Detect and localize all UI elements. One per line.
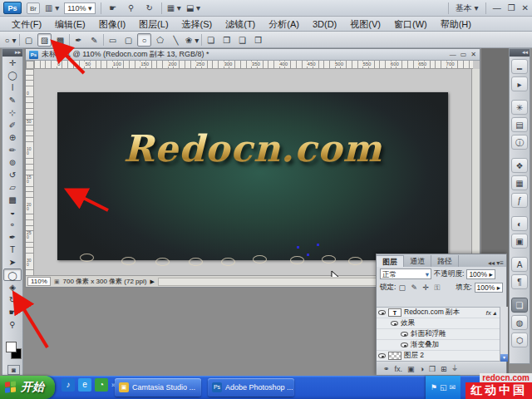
history-brush-tool[interactable]: ↺ <box>3 169 22 181</box>
info-panel-icon[interactable]: ⓘ <box>511 135 528 150</box>
history-panel-icon[interactable]: ❖ <box>511 158 528 173</box>
color-panel-icon[interactable]: ✳ <box>511 100 528 115</box>
menu-图层(L)[interactable]: 图层(L) <box>132 17 175 32</box>
subtract-from-shape-button[interactable]: ❐ <box>219 33 234 47</box>
opacity-field[interactable]: 100% ▸ <box>466 269 495 279</box>
line-tool-button[interactable]: ╲ <box>169 33 183 47</box>
lock-icons[interactable]: ▢ ✎ ✛ ⚿ <box>398 283 441 293</box>
quick-mask-button[interactable]: ◙ <box>7 365 20 375</box>
tool-preset-picker[interactable]: ○ ▾ <box>3 33 17 47</box>
dodge-tool[interactable]: ⚬ <box>3 219 22 231</box>
layer-style-icon[interactable]: fx. <box>395 365 403 373</box>
blur-tool[interactable]: ◒ <box>3 206 22 219</box>
scroll-down-button[interactable]: ▾ <box>500 354 508 362</box>
fill-pixels-button[interactable]: ▩ <box>53 33 67 47</box>
shape-tool[interactable]: ◯ <box>3 268 22 281</box>
layer-comps-panel-icon[interactable]: ƒ <box>511 193 528 208</box>
vertical-scrollbar[interactable] <box>471 69 480 277</box>
desktop-icon[interactable]: ◔ <box>95 378 108 392</box>
foreground-color-swatch[interactable] <box>6 342 17 352</box>
restore-button[interactable]: ❐ <box>508 3 515 12</box>
close-button[interactable]: ✕ <box>522 3 529 12</box>
menu-帮助(H)[interactable]: 帮助(H) <box>434 17 478 32</box>
doc-minimize-button[interactable]: — <box>450 51 456 58</box>
new-layer-icon[interactable]: ⊞ <box>441 365 447 373</box>
gradient-tool[interactable]: ▩ <box>3 194 22 206</box>
quick-selection-tool[interactable]: ✎ <box>3 94 22 106</box>
zoom-icon[interactable]: ⚲ <box>125 2 138 14</box>
screen-mode-icon[interactable]: ⬓ ▾ <box>186 2 200 14</box>
taskbar-button[interactable]: ▣Camtasia Studio ... <box>115 378 201 397</box>
eraser-tool[interactable]: ▱ <box>3 181 22 194</box>
clone-source-panel-icon[interactable]: ▸ <box>511 76 528 91</box>
move-tool[interactable]: ✛ <box>3 57 22 69</box>
channels-panel-icon[interactable]: ◍ <box>511 315 528 330</box>
add-to-shape-button[interactable]: ❏ <box>204 33 218 47</box>
adjustments-panel-icon[interactable]: ◐ <box>511 216 528 231</box>
menu-编辑(E)[interactable]: 编辑(E) <box>48 17 92 32</box>
zoom-tool[interactable]: ⚲ <box>3 318 22 331</box>
intersect-shape-button[interactable]: ❑ <box>235 33 249 47</box>
arrange-documents-icon[interactable]: ▦ ▾ <box>167 2 181 14</box>
menu-视图(V)[interactable]: 视图(V) <box>343 17 387 32</box>
tray-icon[interactable]: ✉ <box>449 383 456 392</box>
tab-通道[interactable]: 通道 <box>404 255 431 267</box>
add-mask-icon[interactable]: ▣ <box>407 365 415 373</box>
blend-mode-dropdown[interactable]: 正常▾ <box>380 268 431 279</box>
rotate-view-icon[interactable]: ↻ <box>143 2 156 14</box>
tray-icon[interactable]: ⚑ <box>431 383 437 392</box>
start-button[interactable]: 开始 <box>0 376 55 399</box>
pen-tool-button[interactable]: ✒ <box>71 33 86 47</box>
zoom-level-dropdown[interactable]: 110% ▾ <box>64 2 95 14</box>
layer-fx-badge[interactable]: fx ▴ <box>486 309 500 317</box>
menu-图像(I)[interactable]: 图像(I) <box>92 17 132 32</box>
taskbar-button[interactable]: PsAdobe Photoshop ... <box>208 378 294 397</box>
custom-shape-button[interactable]: ❀ ▾ <box>185 33 200 47</box>
visibility-eye-icon[interactable] <box>378 310 386 315</box>
3d-orbit-tool[interactable]: ↻ <box>3 293 22 306</box>
healing-brush-tool[interactable]: ⊕ <box>3 131 22 144</box>
layer-row[interactable]: 渐变叠加 <box>377 340 500 351</box>
tab-图层[interactable]: 图层 <box>377 255 404 267</box>
doc-maximize-button[interactable]: ▭ <box>461 51 467 58</box>
delete-layer-icon[interactable]: ⏚ <box>452 364 457 373</box>
paths-button[interactable]: ▨ <box>37 33 52 47</box>
ellipse-tool-button[interactable]: ○ <box>137 33 151 47</box>
doc-close-button[interactable]: ✕ <box>470 51 476 58</box>
rectangle-tool-button[interactable]: ▭ <box>106 33 120 47</box>
dock-collapse-icon[interactable]: ◂◂ <box>510 49 530 57</box>
hand-tool[interactable]: ☛ <box>3 306 22 318</box>
canvas[interactable]: Redocn.com <box>57 92 448 260</box>
paths-panel-icon[interactable]: ⬡ <box>511 332 528 347</box>
crop-tool[interactable]: ⊹ <box>3 106 22 119</box>
menu-窗口(W)[interactable]: 窗口(W) <box>387 17 434 32</box>
adjustment-layer-icon[interactable]: ◑ <box>420 365 424 373</box>
layer-row[interactable]: 图层 2 <box>377 351 500 362</box>
pen-tool[interactable]: ✒ <box>3 231 22 244</box>
layers-scrollbar[interactable]: ▾ <box>500 307 508 362</box>
tab-路径[interactable]: 路径 <box>431 255 459 267</box>
paragraph-panel-icon[interactable]: ¶ <box>511 274 528 289</box>
statusbar-zoom-field[interactable]: 110% <box>27 277 51 286</box>
path-selection-tool[interactable]: ➤ <box>3 256 22 268</box>
new-group-icon[interactable]: ❐ <box>429 365 436 373</box>
minimize-button[interactable]: — <box>493 3 501 12</box>
shape-layers-button[interactable]: ▢ <box>22 33 36 47</box>
marquee-tool[interactable]: ◯ <box>3 69 22 81</box>
menu-3D(D)[interactable]: 3D(D) <box>306 17 343 32</box>
statusbar-menu-arrow[interactable]: ▶ <box>150 278 154 285</box>
toolbox-collapse-icon[interactable]: ▸▸ <box>2 49 22 57</box>
layout-icon[interactable]: ▥ ▾ <box>45 2 59 14</box>
actions-panel-icon[interactable]: ▦ <box>511 175 528 190</box>
bridge-icon[interactable]: Br <box>27 2 40 14</box>
masks-panel-icon[interactable]: ▣ <box>511 234 528 249</box>
link-layers-icon[interactable]: ⚭ <box>383 365 390 373</box>
media-player-icon[interactable]: ♪ <box>62 378 75 392</box>
menu-文件(F)[interactable]: 文件(F) <box>5 17 48 32</box>
freeform-pen-button[interactable]: ✎ <box>87 33 101 47</box>
swatches-panel-icon[interactable]: ▤ <box>511 117 528 132</box>
menu-选择(S)[interactable]: 选择(S) <box>175 17 219 32</box>
visibility-eye-icon[interactable] <box>391 321 398 326</box>
character-panel-icon[interactable]: A <box>511 257 528 272</box>
layer-row[interactable]: 效果 <box>377 318 500 329</box>
